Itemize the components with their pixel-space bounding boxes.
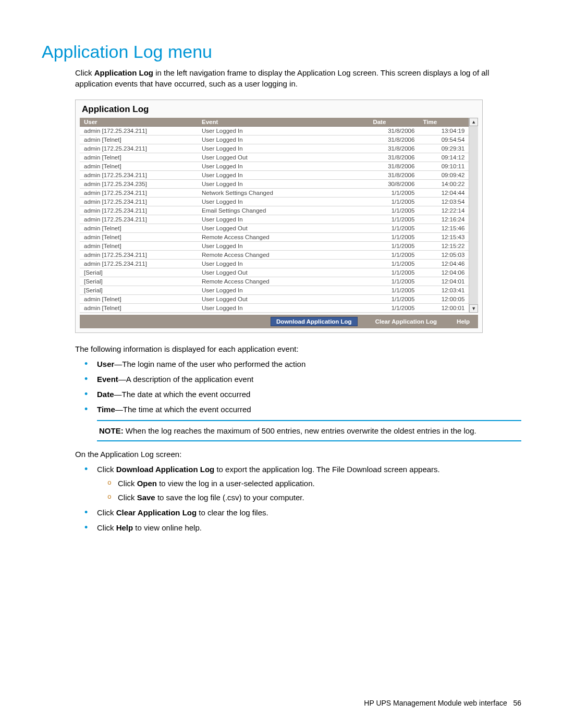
list-item: Click Help to view online help. [97, 522, 521, 533]
table-row[interactable]: admin [Telnet]User Logged In1/1/200512:0… [80, 304, 469, 313]
cell-date: 1/1/2005 [369, 206, 419, 215]
cell-user: admin [Telnet] [80, 295, 198, 304]
list-item: Click Clear Application Log to clear the… [97, 507, 521, 518]
table-row[interactable]: admin [172.25.234.211]User Logged In1/1/… [80, 198, 469, 206]
table-row[interactable]: admin [Telnet]User Logged Out1/1/200512:… [80, 224, 469, 233]
table-row[interactable]: admin [Telnet]User Logged In31/8/200609:… [80, 135, 469, 144]
table-row[interactable]: [Serial]User Logged Out1/1/200512:04:06 [80, 268, 469, 277]
field-name: User [97, 360, 114, 368]
table-row[interactable]: admin [172.25.234.211]User Logged In1/1/… [80, 215, 469, 224]
cell-date: 31/8/2006 [369, 127, 419, 135]
cell-user: admin [Telnet] [80, 162, 198, 171]
table-row[interactable]: admin [172.25.234.211]Email Settings Cha… [80, 206, 469, 215]
table-row[interactable]: [Serial]Remote Access Changed1/1/200512:… [80, 277, 469, 286]
note-text: When the log reaches the maximum of 500 … [124, 426, 476, 435]
table-row[interactable]: admin [Telnet]User Logged In31/8/200609:… [80, 162, 469, 171]
table-row[interactable]: admin [172.25.234.211]User Logged In1/1/… [80, 260, 469, 268]
cell-date: 31/8/2006 [369, 162, 419, 171]
cell-time: 12:05:03 [419, 251, 469, 260]
cell-date: 1/1/2005 [369, 251, 419, 260]
list-item: Event—A description of the application e… [97, 374, 521, 385]
table-row[interactable]: admin [172.25.234.211]User Logged In31/8… [80, 171, 469, 180]
clear-application-log-button[interactable]: Clear Application Log [373, 317, 439, 326]
cell-user: admin [Telnet] [80, 242, 198, 251]
table-row[interactable]: admin [172.25.234.211]Remote Access Chan… [80, 251, 469, 260]
cell-date: 30/8/2006 [369, 180, 419, 189]
bold: Save [137, 493, 155, 502]
scroll-track[interactable] [469, 126, 478, 304]
cell-time: 12:00:05 [419, 295, 469, 304]
cell-time: 09:10:11 [419, 162, 469, 171]
cell-user: admin [172.25.234.235] [80, 180, 198, 189]
list-item: Click Open to view the log in a user-sel… [118, 478, 521, 489]
field-name: Event [97, 375, 118, 384]
table-row[interactable]: [Serial]User Logged In1/1/200512:03:41 [80, 286, 469, 295]
footer-page-number: 56 [513, 699, 521, 707]
cell-user: admin [172.25.234.211] [80, 215, 198, 224]
page-footer: HP UPS Management Module web interface 5… [364, 699, 521, 707]
cell-time: 12:04:01 [419, 277, 469, 286]
field-name: Time [97, 405, 115, 414]
bold: Open [137, 479, 157, 488]
cell-date: 1/1/2005 [369, 215, 419, 224]
col-time-header[interactable]: Time [419, 118, 469, 127]
cell-user: admin [172.25.234.211] [80, 127, 198, 135]
cell-event: User Logged In [198, 162, 369, 171]
cell-date: 1/1/2005 [369, 233, 419, 242]
bold: Download Application Log [116, 465, 215, 474]
cell-event: Remote Access Changed [198, 233, 369, 242]
cell-time: 12:03:54 [419, 198, 469, 206]
cell-date: 1/1/2005 [369, 304, 419, 313]
cell-date: 1/1/2005 [369, 286, 419, 295]
cell-date: 31/8/2006 [369, 171, 419, 180]
field-desc: —The date at which the event occurred [114, 390, 251, 399]
table-row[interactable]: admin [Telnet]Remote Access Changed1/1/2… [80, 233, 469, 242]
cell-date: 1/1/2005 [369, 295, 419, 304]
footer-text: HP UPS Management Module web interface [364, 699, 507, 707]
help-button[interactable]: Help [455, 317, 472, 326]
col-date-header[interactable]: Date [369, 118, 419, 127]
cell-event: Email Settings Changed [198, 206, 369, 215]
table-row[interactable]: admin [Telnet]User Logged Out1/1/200512:… [80, 295, 469, 304]
col-event-header[interactable]: Event [198, 118, 369, 127]
table-row[interactable]: admin [172.25.234.235]User Logged In30/8… [80, 180, 469, 189]
cell-user: [Serial] [80, 277, 198, 286]
text: Click [118, 493, 137, 502]
cell-time: 09:09:42 [419, 171, 469, 180]
cell-event: User Logged In [198, 286, 369, 295]
bold: Clear Application Log [116, 508, 197, 517]
list-item: Date—The date at which the event occurre… [97, 389, 521, 400]
cell-event: User Logged In [198, 198, 369, 206]
scroll-down-icon[interactable]: ▼ [469, 304, 478, 313]
intro-pre: Click [75, 68, 94, 77]
cell-user: admin [Telnet] [80, 135, 198, 144]
log-scrollbar[interactable]: ▲ ▼ [469, 118, 478, 313]
cell-user: admin [172.25.234.211] [80, 198, 198, 206]
table-row[interactable]: admin [172.25.234.211]User Logged In31/8… [80, 127, 469, 135]
note-box: NOTE: When the log reaches the maximum o… [97, 420, 521, 441]
cell-event: User Logged Out [198, 224, 369, 233]
intro-bold: Application Log [94, 68, 153, 77]
list-item: Click Download Application Log to export… [97, 464, 521, 503]
panel-title: Application Log [76, 100, 482, 118]
cell-user: admin [172.25.234.211] [80, 251, 198, 260]
text: to view the log in a user-selected appli… [157, 479, 315, 488]
cell-date: 1/1/2005 [369, 198, 419, 206]
download-application-log-button[interactable]: Download Application Log [271, 317, 358, 326]
cell-time: 12:15:46 [419, 224, 469, 233]
list-item: User—The login name of the user who perf… [97, 359, 521, 369]
table-row[interactable]: admin [Telnet]User Logged Out31/8/200609… [80, 153, 469, 162]
col-user-header[interactable]: User [80, 118, 198, 127]
scroll-up-icon[interactable]: ▲ [469, 118, 478, 126]
cell-user: admin [172.25.234.211] [80, 260, 198, 268]
cell-event: User Logged Out [198, 268, 369, 277]
table-row[interactable]: admin [Telnet]User Logged In1/1/200512:1… [80, 242, 469, 251]
table-row[interactable]: admin [172.25.234.211]Network Settings C… [80, 189, 469, 198]
cell-event: Remote Access Changed [198, 277, 369, 286]
description-lead: The following information is displayed f… [75, 343, 521, 354]
cell-date: 31/8/2006 [369, 144, 419, 153]
table-row[interactable]: admin [172.25.234.211]User Logged In31/8… [80, 144, 469, 153]
cell-user: admin [Telnet] [80, 153, 198, 162]
cell-time: 12:15:22 [419, 242, 469, 251]
cell-event: Network Settings Changed [198, 189, 369, 198]
